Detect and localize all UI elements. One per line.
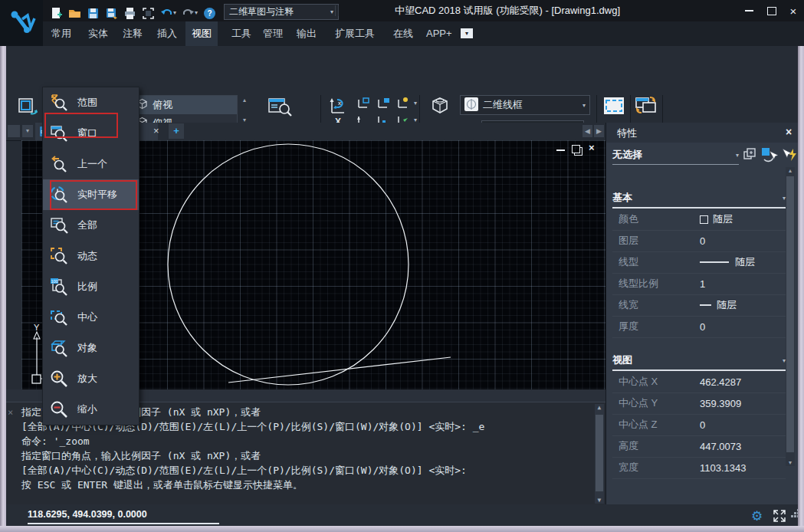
redo-dropdown-icon[interactable]: ▾: [195, 9, 198, 16]
scroll-up-icon[interactable]: ▲: [595, 404, 604, 411]
tab-app-plus[interactable]: APP+: [420, 21, 458, 46]
menu-highlight-box: [50, 180, 137, 210]
view-item-top[interactable]: 俯视: [133, 96, 237, 114]
ucs-icon-3[interactable]: [395, 97, 411, 113]
doc-tab-dropdown[interactable]: ▾: [22, 125, 33, 137]
section-view[interactable]: 视图 ▾: [612, 351, 786, 371]
ucs-y-label: Y: [34, 323, 40, 332]
visual-style-select[interactable]: 二维线框 ▾: [460, 95, 590, 115]
tab-express[interactable]: 扩展工具: [329, 21, 381, 46]
tab-tools[interactable]: 工具: [225, 21, 258, 46]
properties-close-icon[interactable]: ×: [786, 126, 792, 138]
tab-online[interactable]: 在线: [387, 21, 419, 46]
titlebar-separator: [335, 5, 339, 16]
menu-item-zoom-all[interactable]: 全部: [43, 210, 139, 241]
close-button[interactable]: ×: [783, 3, 803, 18]
ucs-icon-2[interactable]: [376, 97, 391, 113]
tab-home[interactable]: 常用: [45, 21, 77, 46]
selection-dropdown[interactable]: 无选择 ▾: [612, 146, 739, 165]
svg-text:100: 100: [51, 279, 57, 284]
property-row-lineweight: 线宽 随层: [612, 294, 786, 317]
open-folder-icon[interactable]: [67, 6, 81, 20]
property-value[interactable]: 0: [700, 419, 705, 431]
menu-item-zoom-dynamic[interactable]: 动态: [43, 241, 139, 271]
ucs-dropdown-1[interactable]: ▾: [414, 100, 417, 107]
property-label: 线型: [619, 255, 638, 269]
ucs-icon-1[interactable]: [356, 97, 371, 113]
plot-preview-icon[interactable]: [141, 6, 155, 20]
doc-restore-icon[interactable]: [572, 145, 580, 153]
menu-item-zoom-previous[interactable]: 上一个: [43, 149, 139, 179]
scroll-down-icon[interactable]: ▼: [595, 497, 604, 504]
maximize-button[interactable]: [762, 3, 782, 18]
fullscreen-icon[interactable]: [773, 509, 786, 525]
ribbon-collapse-icon[interactable]: ▾: [461, 28, 473, 38]
doc-minimize-icon[interactable]: [556, 149, 565, 151]
undo-icon[interactable]: [159, 6, 173, 20]
doc-tab-scroll-right[interactable]: ▶: [594, 125, 604, 137]
tab-annotate[interactable]: 注释: [116, 21, 149, 46]
tab-insert[interactable]: 插入: [151, 21, 183, 46]
property-label: 中心点 Z: [619, 418, 658, 432]
print-icon[interactable]: [123, 6, 136, 20]
property-value[interactable]: 447.0073: [700, 441, 741, 452]
app-logo[interactable]: [0, 0, 43, 46]
property-value[interactable]: 随层: [713, 212, 733, 226]
property-value[interactable]: 1: [700, 278, 705, 290]
property-value[interactable]: 随层: [717, 298, 737, 312]
properties-title: 特性: [617, 126, 637, 140]
new-file-icon[interactable]: [49, 6, 63, 20]
save-as-icon[interactable]: [104, 6, 118, 20]
zoom-out-icon: [50, 400, 68, 419]
new-doc-tab-button[interactable]: +: [169, 123, 184, 139]
section-title: 视图: [612, 353, 783, 367]
window-title: 中望CAD 2018 试用版 (功能受限) - [Drawing1.dwg]: [395, 0, 620, 21]
menu-item-label: 中心: [77, 310, 97, 324]
property-value[interactable]: 359.3909: [700, 398, 741, 409]
command-scrollbar[interactable]: ▲ ▼: [595, 404, 604, 504]
tab-solid[interactable]: 实体: [82, 21, 114, 46]
property-value[interactable]: 0: [700, 235, 705, 247]
viewport-icon: [603, 97, 625, 117]
workspace-select[interactable]: 二维草图与注释 ▾: [224, 4, 339, 20]
undo-dropdown-icon[interactable]: ▾: [173, 9, 176, 16]
doc-tab-scroll-left[interactable]: ◀: [582, 125, 592, 137]
property-value[interactable]: 1103.1343: [700, 462, 747, 474]
quick-select-icon[interactable]: [780, 147, 797, 165]
properties-scrollbar[interactable]: ▴ ▾: [786, 167, 795, 466]
menu-item-zoom-out[interactable]: 缩小: [43, 394, 139, 425]
section-basic[interactable]: 基本 ▾: [612, 189, 786, 209]
save-icon[interactable]: [86, 6, 100, 20]
redo-icon[interactable]: [181, 6, 195, 20]
menu-item-zoom-in[interactable]: 放大: [43, 363, 139, 394]
menu-item-zoom-scale[interactable]: 100 比例: [43, 271, 139, 302]
command-close-icon[interactable]: ×: [8, 407, 13, 418]
property-value[interactable]: 随层: [735, 255, 755, 269]
tab-output[interactable]: 输出: [290, 21, 323, 46]
menu-item-label: 比例: [77, 280, 97, 294]
property-label: 图层: [619, 234, 638, 248]
resize-grip[interactable]: [791, 515, 793, 517]
property-label: 宽度: [619, 461, 638, 475]
scrollbar-thumb[interactable]: [786, 176, 794, 452]
menu-item-zoom-center[interactable]: 中心: [43, 302, 139, 333]
doc-close-icon[interactable]: ×: [589, 142, 595, 153]
view-list-scroll-up[interactable]: ▴: [239, 97, 250, 103]
settings-gear-icon[interactable]: ⚙: [751, 508, 763, 524]
toggle-pickadd-icon[interactable]: [743, 147, 758, 165]
property-value[interactable]: 462.4287: [700, 376, 741, 388]
property-value[interactable]: 0: [700, 321, 705, 333]
select-objects-icon[interactable]: [761, 147, 778, 165]
zoom-center-icon: [50, 308, 68, 327]
menu-item-zoom-object[interactable]: 对象: [43, 333, 139, 363]
scroll-up-icon[interactable]: ▴: [786, 167, 795, 174]
tab-view[interactable]: 视图: [185, 21, 218, 46]
tab-manage[interactable]: 管理: [257, 21, 289, 46]
scroll-down-icon[interactable]: ▾: [786, 459, 795, 466]
color-swatch[interactable]: [700, 215, 708, 224]
doc-tab-menu-button[interactable]: [8, 125, 20, 137]
doc-tab-close-icon[interactable]: ×: [153, 125, 159, 136]
minimize-button[interactable]: [739, 3, 759, 18]
scrollbar-thumb[interactable]: [596, 415, 603, 491]
help-icon[interactable]: ?: [202, 6, 216, 20]
